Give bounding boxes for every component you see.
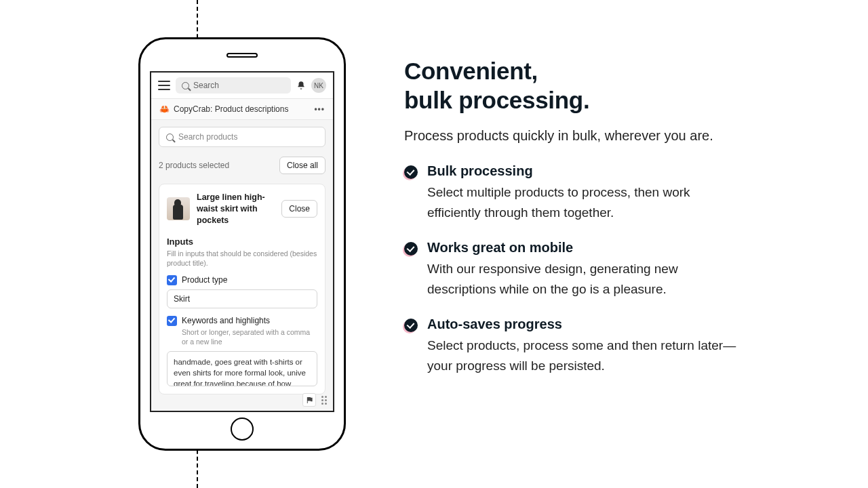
feature-autosave: Auto-saves progress Select products, pro… [404, 317, 743, 375]
product-type-input[interactable] [167, 289, 317, 308]
flag-icon[interactable] [302, 393, 316, 407]
product-title: Large linen high-waist skirt with pocket… [197, 192, 275, 226]
feature-title: Auto-saves progress [427, 317, 743, 332]
marketing-subheading: Process products quickly in bulk, wherev… [404, 125, 743, 146]
product-card: Large linen high-waist skirt with pocket… [159, 184, 326, 394]
close-product-button[interactable]: Close [281, 200, 317, 218]
phone-home-button[interactable] [231, 418, 254, 441]
marketing-column: Convenient, bulk processing. Process pro… [404, 57, 743, 375]
app-title: CopyCrab: Product descriptions [174, 104, 288, 114]
marketing-heading: Convenient, bulk processing. [404, 57, 743, 115]
product-thumbnail [167, 197, 190, 220]
phone-speaker [226, 53, 258, 58]
feature-desc: Select multiple products to process, the… [427, 182, 743, 222]
product-type-checkbox-row[interactable]: Product type [167, 275, 317, 285]
check-badge-icon [404, 242, 418, 256]
product-search-input[interactable]: Search products [159, 127, 326, 147]
more-icon[interactable]: ••• [314, 104, 325, 114]
avatar[interactable]: NK [311, 78, 326, 93]
product-search-placeholder: Search products [178, 132, 237, 142]
checkbox-checked-icon[interactable] [167, 316, 177, 326]
keywords-checkbox-row[interactable]: Keywords and highlights [167, 316, 317, 326]
topbar: Search NK [151, 73, 333, 99]
feature-mobile: Works great on mobile With our responsiv… [404, 240, 743, 299]
crab-icon: 🦀 [159, 104, 170, 114]
feature-bulk: Bulk processing Select multiple products… [404, 163, 743, 222]
search-icon [182, 82, 189, 89]
inputs-heading: Inputs [167, 237, 317, 247]
keywords-label: Keywords and highlights [182, 316, 270, 325]
search-placeholder: Search [193, 81, 219, 90]
content-area: Search products 2 products selected Clos… [151, 120, 333, 401]
feature-desc: Select products, process some and then r… [427, 336, 743, 375]
drag-handle-icon[interactable] [319, 396, 329, 405]
phone-frame: Search NK 🦀 CopyCrab: Product descriptio… [138, 37, 346, 451]
keywords-textarea[interactable]: handmade, goes great with t-shirts or ev… [167, 351, 317, 386]
check-badge-icon [404, 319, 418, 332]
close-all-button[interactable]: Close all [279, 157, 326, 174]
feature-title: Works great on mobile [427, 240, 743, 256]
floating-widgets [302, 393, 329, 407]
menu-icon[interactable] [158, 81, 170, 90]
selection-row: 2 products selected Close all [159, 157, 326, 174]
inputs-subheading: Fill in inputs that should be considered… [167, 249, 317, 268]
check-badge-icon [404, 165, 418, 179]
phone-screen: Search NK 🦀 CopyCrab: Product descriptio… [150, 71, 334, 412]
global-search-input[interactable]: Search [176, 77, 291, 94]
keywords-helper: Short or longer, separated with a comma … [182, 328, 317, 346]
product-type-label: Product type [182, 275, 227, 285]
feature-desc: With our responsive design, generating n… [427, 259, 743, 299]
app-title-row: 🦀 CopyCrab: Product descriptions ••• [151, 99, 333, 120]
search-icon [166, 134, 174, 141]
notifications-icon[interactable] [296, 81, 306, 90]
feature-title: Bulk processing [427, 163, 743, 179]
checkbox-checked-icon[interactable] [167, 275, 177, 285]
selected-count: 2 products selected [159, 161, 229, 170]
